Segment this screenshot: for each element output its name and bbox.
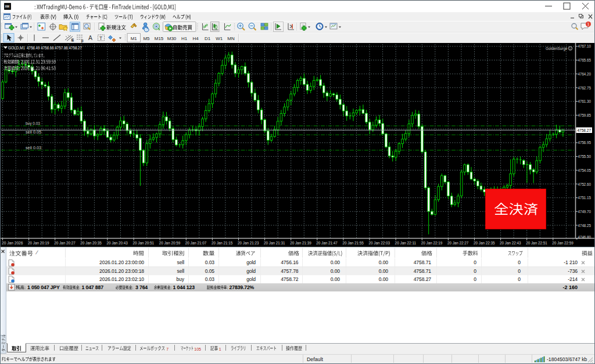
svg-text:20 Jan 22:27: 20 Jan 22:27 bbox=[447, 240, 469, 246]
svg-text:M1: M1 bbox=[131, 36, 138, 41]
svg-text:buy 0.03: buy 0.03 bbox=[26, 121, 40, 126]
svg-text:20 Jan 20:51: 20 Jan 20:51 bbox=[133, 240, 155, 246]
svg-text:20 Jan 21:31: 20 Jan 21:31 bbox=[264, 240, 285, 246]
svg-text:4752.60: 4752.60 bbox=[578, 182, 591, 187]
svg-text:4754.05: 4754.05 bbox=[578, 168, 591, 173]
svg-text:GoldenSurge: GoldenSurge bbox=[546, 46, 568, 51]
svg-text:sell 0.03: sell 0.03 bbox=[26, 145, 41, 150]
svg-text:20 Jan 2026: 20 Jan 2026 bbox=[2, 240, 23, 246]
svg-text:H1: H1 bbox=[181, 36, 188, 41]
svg-text:20 Jan 22:35: 20 Jan 22:35 bbox=[474, 240, 495, 246]
svg-text:20 Jan 21:55: 20 Jan 21:55 bbox=[342, 240, 364, 246]
svg-text:20 Jan 22:59: 20 Jan 22:59 bbox=[552, 240, 574, 246]
svg-text:20 Jan 21:07: 20 Jan 21:07 bbox=[185, 240, 207, 246]
svg-text:20 Jan 21:39: 20 Jan 21:39 bbox=[290, 240, 311, 246]
svg-text:20 Jan 22:11: 20 Jan 22:11 bbox=[395, 240, 417, 246]
svg-text:4767.10: 4767.10 bbox=[578, 44, 591, 49]
svg-text:H4: H4 bbox=[192, 36, 199, 41]
svg-text:4765.65: 4765.65 bbox=[578, 57, 591, 63]
svg-text:4758.49 4758.66 4757.86 4758.2: 4758.49 4758.66 4757.86 4758.27 bbox=[27, 45, 82, 51]
svg-text:4758.27: 4758.27 bbox=[578, 128, 592, 133]
svg-text:20 Jan 21:15: 20 Jan 21:15 bbox=[212, 240, 233, 246]
svg-text:20 Jan 20:19: 20 Jan 20:19 bbox=[28, 240, 49, 246]
svg-text:20 Jan 21:47: 20 Jan 21:47 bbox=[316, 240, 338, 246]
svg-text:4748.25: 4748.25 bbox=[578, 223, 591, 228]
svg-text:20 Jan 20:43: 20 Jan 20:43 bbox=[106, 240, 128, 246]
svg-text:4755.50: 4755.50 bbox=[578, 154, 591, 159]
svg-text:W1: W1 bbox=[216, 36, 223, 41]
svg-text:20 Jan 22:03: 20 Jan 22:03 bbox=[369, 240, 390, 246]
svg-text:4756.95: 4756.95 bbox=[578, 140, 591, 145]
svg-text:20 Jan 22:51: 20 Jan 22:51 bbox=[526, 240, 547, 246]
svg-text:4746.80: 4746.80 bbox=[578, 235, 591, 240]
svg-text:4751.15: 4751.15 bbox=[578, 195, 591, 200]
svg-text:M5: M5 bbox=[143, 36, 150, 41]
svg-text:20 Jan 20:27: 20 Jan 20:27 bbox=[54, 240, 76, 246]
svg-text:20 Jan 22:43: 20 Jan 22:43 bbox=[500, 240, 521, 246]
svg-text:T: T bbox=[99, 35, 102, 41]
svg-text:4764.20: 4764.20 bbox=[578, 71, 591, 77]
svg-text:4759.85: 4759.85 bbox=[578, 113, 591, 118]
svg-text:20 Jan 20:59: 20 Jan 20:59 bbox=[159, 240, 181, 246]
svg-text:4749.70: 4749.70 bbox=[578, 209, 591, 214]
svg-text:M15: M15 bbox=[155, 36, 164, 41]
svg-text:GOLD,M1: GOLD,M1 bbox=[8, 45, 25, 51]
svg-text:MN: MN bbox=[227, 36, 235, 41]
svg-text:20 Jan 22:19: 20 Jan 22:19 bbox=[421, 240, 443, 246]
svg-text:M30: M30 bbox=[167, 36, 177, 41]
svg-text:A: A bbox=[88, 34, 92, 41]
svg-text:D1: D1 bbox=[205, 36, 211, 41]
svg-text:E: E bbox=[71, 38, 74, 42]
svg-text:20 Jan 20:35: 20 Jan 20:35 bbox=[80, 240, 102, 246]
svg-text:1: 1 bbox=[587, 22, 590, 26]
svg-text:20 Jan 21:23: 20 Jan 21:23 bbox=[238, 240, 259, 246]
svg-text:4762.75: 4762.75 bbox=[578, 85, 591, 91]
svg-text:F: F bbox=[81, 39, 84, 43]
svg-text:4761.30: 4761.30 bbox=[578, 99, 591, 104]
